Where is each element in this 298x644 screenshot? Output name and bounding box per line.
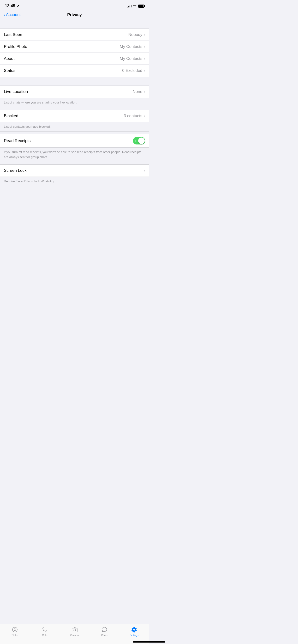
read-receipts-description-text: If you turn off read receipts, you won't… <box>4 150 141 158</box>
screen-lock-section: Screen Lock › <box>0 164 149 177</box>
screen-lock-label: Screen Lock <box>4 168 27 173</box>
blocked-value: 3 contacts <box>124 114 142 118</box>
screen-lock-row[interactable]: Screen Lock › <box>0 164 149 176</box>
screen-lock-description: Require Face ID to unlock WhatsApp. <box>0 177 149 186</box>
live-location-description: List of chats where you are sharing your… <box>0 98 149 107</box>
screen-lock-chevron-icon: › <box>144 168 145 173</box>
toggle-i-label: I <box>135 139 136 142</box>
profile-photo-row[interactable]: Profile Photo My Contacts › <box>0 41 149 53</box>
last-seen-value: Nobody <box>128 32 142 37</box>
read-receipts-description: If you turn off read receipts, you won't… <box>0 148 149 162</box>
live-location-chevron-icon: › <box>144 89 145 94</box>
about-value: My Contacts <box>120 56 142 61</box>
wifi-icon <box>133 4 137 8</box>
profile-photo-value-container: My Contacts › <box>120 44 145 49</box>
profile-photo-value: My Contacts <box>120 44 142 49</box>
about-label: About <box>4 56 14 61</box>
live-location-value-container: None › <box>133 89 145 94</box>
screen-lock-value-container: › <box>144 168 145 173</box>
blocked-row[interactable]: Blocked 3 contacts › <box>0 110 149 122</box>
about-chevron-icon: › <box>144 56 145 61</box>
toggle-knob <box>138 138 145 144</box>
section-gap-4 <box>0 132 149 134</box>
profile-photo-chevron-icon: › <box>144 44 145 49</box>
status-bar: 12:45 ↗ <box>0 0 149 10</box>
about-row[interactable]: About My Contacts › <box>0 53 149 65</box>
section-gap-2 <box>0 77 149 86</box>
status-row[interactable]: Status 0 Excluded › <box>0 65 149 77</box>
visibility-section: Last Seen Nobody › Profile Photo My Cont… <box>0 28 149 77</box>
location-icon: ↗ <box>17 4 19 8</box>
section-gap-5 <box>0 162 149 164</box>
blocked-chevron-icon: › <box>144 114 145 118</box>
section-gap-3 <box>0 107 149 110</box>
live-location-label: Live Location <box>4 89 28 94</box>
blocked-label: Blocked <box>4 114 18 118</box>
profile-photo-label: Profile Photo <box>4 44 27 49</box>
live-location-value: None <box>133 89 142 94</box>
status-label: Status <box>4 68 15 73</box>
signal-bars-icon <box>127 4 131 8</box>
live-location-description-text: List of chats where you are sharing your… <box>4 100 77 104</box>
last-seen-value-container: Nobody › <box>128 32 145 37</box>
read-receipts-section: Read Receipts I <box>0 134 149 148</box>
status-chevron-icon: › <box>144 68 145 73</box>
battery-icon <box>138 4 144 8</box>
back-chevron-icon: ‹ <box>4 12 6 17</box>
blocked-value-container: 3 contacts › <box>124 114 145 118</box>
section-gap-1 <box>0 20 149 28</box>
last-seen-chevron-icon: › <box>144 32 145 37</box>
status-icons <box>127 4 144 8</box>
live-location-row[interactable]: Live Location None › <box>0 86 149 98</box>
back-label: Account <box>6 12 21 17</box>
read-receipts-toggle[interactable]: I <box>133 137 145 144</box>
blocked-description-text: List of contacts you have blocked. <box>4 125 51 128</box>
last-seen-label: Last Seen <box>4 32 22 37</box>
blocked-section: Blocked 3 contacts › <box>0 110 149 122</box>
status-value: 0 Excluded <box>122 68 142 73</box>
back-button[interactable]: ‹ Account <box>4 12 21 17</box>
nav-bar: ‹ Account Privacy <box>0 10 149 20</box>
screen-lock-description-text: Require Face ID to unlock WhatsApp. <box>4 180 56 183</box>
last-seen-row[interactable]: Last Seen Nobody › <box>0 29 149 41</box>
status-value-container: 0 Excluded › <box>122 68 145 73</box>
read-receipts-row[interactable]: Read Receipts I <box>0 134 149 147</box>
read-receipts-label: Read Receipts <box>4 138 31 143</box>
about-value-container: My Contacts › <box>120 56 145 61</box>
main-content: Last Seen Nobody › Profile Photo My Cont… <box>0 20 149 206</box>
page-title: Privacy <box>67 12 82 17</box>
status-time: 12:45 ↗ <box>5 4 19 8</box>
live-location-section: Live Location None › <box>0 86 149 98</box>
blocked-description: List of contacts you have blocked. <box>0 122 149 132</box>
